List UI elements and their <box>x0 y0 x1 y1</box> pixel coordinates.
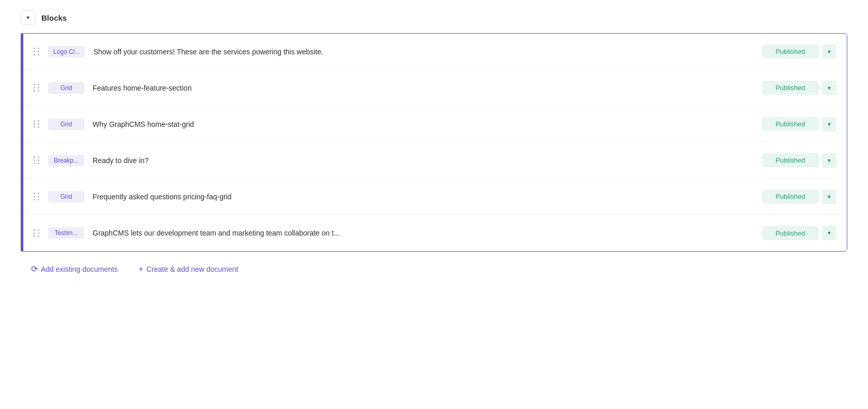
block-description: GraphCMS lets our development team and m… <box>93 229 754 237</box>
type-badge: Grid <box>48 191 84 202</box>
type-badge: Testim... <box>48 227 84 239</box>
add-existing-label: Add existing documents <box>41 265 118 273</box>
chevron-down-icon: ▾ <box>828 84 831 92</box>
type-badge: Breakp... <box>48 155 84 166</box>
status-badge: Published <box>762 226 819 240</box>
status-area: Published ▾ <box>762 153 836 168</box>
table-row: Breakp... Ready to dive in? Published ▾ <box>23 142 847 179</box>
type-badge: Grid <box>48 82 84 94</box>
section-header: ▾ Blocks <box>21 10 847 25</box>
status-badge: Published <box>762 153 819 167</box>
drag-handle[interactable] <box>34 48 40 55</box>
table-row: Grid Features home-feature-section Publi… <box>23 70 847 106</box>
block-description: Frequently asked questions pricing-faq-g… <box>93 193 754 201</box>
add-existing-button[interactable]: ⟳ Add existing documents <box>31 264 118 274</box>
chevron-down-icon: ▾ <box>828 229 831 237</box>
status-area: Published ▾ <box>762 117 836 132</box>
status-badge: Published <box>762 117 819 131</box>
status-badge: Published <box>762 45 819 59</box>
type-badge: Grid <box>48 119 84 130</box>
status-dropdown-button[interactable]: ▾ <box>822 153 836 168</box>
chevron-down-icon: ▾ <box>26 14 29 21</box>
blocks-list: Logo Cl... Show off your customers! Thes… <box>23 33 847 252</box>
footer-actions: ⟳ Add existing documents + Create & add … <box>21 264 847 274</box>
block-description: Why GraphCMS home-stat-grid <box>93 120 754 128</box>
chevron-down-icon: ▾ <box>828 193 831 200</box>
chevron-down-icon: ▾ <box>828 157 831 164</box>
block-description: Show off your customers! These are the s… <box>93 48 754 56</box>
status-dropdown-button[interactable]: ▾ <box>822 117 836 132</box>
drag-handle[interactable] <box>34 120 40 128</box>
status-area: Published ▾ <box>762 189 836 204</box>
plus-icon: + <box>139 265 143 274</box>
section-title: Blocks <box>41 13 67 22</box>
drag-handle[interactable] <box>34 193 40 200</box>
blocks-container: Logo Cl... Show off your customers! Thes… <box>21 33 847 252</box>
status-badge: Published <box>762 189 819 203</box>
chevron-down-icon: ▾ <box>828 48 831 55</box>
table-row: Logo Cl... Show off your customers! Thes… <box>23 34 847 70</box>
create-new-button[interactable]: + Create & add new document <box>139 264 238 274</box>
status-dropdown-button[interactable]: ▾ <box>822 189 836 204</box>
status-dropdown-button[interactable]: ▾ <box>822 81 836 95</box>
status-area: Published ▾ <box>762 45 836 59</box>
drag-handle[interactable] <box>34 84 40 92</box>
status-dropdown-button[interactable]: ▾ <box>822 226 836 240</box>
type-badge: Logo Cl... <box>48 46 85 57</box>
status-dropdown-button[interactable]: ▾ <box>822 45 836 59</box>
block-description: Features home-feature-section <box>93 84 754 92</box>
link-icon: ⟳ <box>31 264 38 274</box>
table-row: Grid Frequently asked questions pricing-… <box>23 179 847 215</box>
status-area: Published ▾ <box>762 81 836 95</box>
collapse-button[interactable]: ▾ <box>21 10 35 25</box>
chevron-down-icon: ▾ <box>828 121 831 128</box>
drag-handle[interactable] <box>34 156 40 164</box>
block-description: Ready to dive in? <box>93 156 754 165</box>
table-row: Testim... GraphCMS lets our development … <box>23 215 847 251</box>
status-badge: Published <box>762 81 819 95</box>
drag-handle[interactable] <box>34 229 40 237</box>
table-row: Grid Why GraphCMS home-stat-grid Publish… <box>23 106 847 142</box>
create-new-label: Create & add new document <box>146 265 238 273</box>
status-area: Published ▾ <box>762 226 836 240</box>
